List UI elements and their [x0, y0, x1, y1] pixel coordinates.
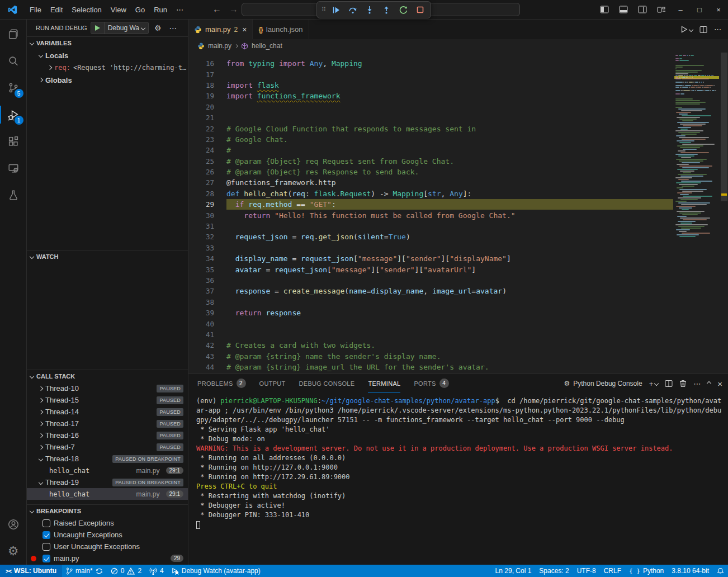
line-number[interactable]: 25: [188, 157, 214, 165]
code-line[interactable]: 36: [188, 275, 673, 286]
variables-section-header[interactable]: VARIABLES: [27, 37, 188, 49]
activitybar-extensions-icon[interactable]: [0, 128, 27, 155]
line-number[interactable]: 17: [188, 70, 214, 79]
code-line[interactable]: 42# Creates a card with two widgets.: [188, 340, 673, 351]
callstack-thread-row[interactable]: Thread-10PAUSED: [27, 382, 188, 394]
editor-scrollbar[interactable]: [720, 53, 728, 373]
run-python-file-button[interactable]: [680, 26, 693, 33]
line-number[interactable]: 26: [188, 168, 214, 176]
debug-config-dropdown[interactable]: Debug Wa: [91, 22, 149, 34]
line-number[interactable]: 33: [188, 244, 214, 252]
problems-status[interactable]: 0 2: [107, 565, 145, 577]
panel-tab-ports[interactable]: PORTS4: [414, 374, 448, 393]
code-line[interactable]: 44# @param {string} image_url the URL fo…: [188, 362, 673, 372]
line-number[interactable]: 38: [188, 298, 214, 306]
menu-item-go[interactable]: Go: [131, 3, 149, 16]
toggle-secondary-sidebar-icon[interactable]: [633, 0, 652, 19]
debug-session-status[interactable]: Debug Watch (avatar-app): [168, 565, 264, 577]
code-line[interactable]: 18import flask: [188, 80, 673, 91]
callstack-thread-row[interactable]: Thread-7PAUSED: [27, 441, 188, 453]
code-line[interactable]: 39 return response: [188, 308, 673, 318]
kill-terminal-trash-icon[interactable]: [679, 380, 687, 387]
breakpoint-row[interactable]: Uncaught Exceptions: [27, 529, 188, 541]
toggle-panel-icon[interactable]: [614, 0, 633, 19]
variables-globals-row[interactable]: Globals: [27, 74, 188, 86]
code-line[interactable]: 25# @param {Object} req Request sent fro…: [188, 156, 673, 167]
menu-item-run[interactable]: Run: [149, 3, 172, 16]
activitybar-settings-icon[interactable]: ⚙: [0, 538, 27, 565]
minimize-button[interactable]: –: [671, 0, 690, 19]
line-number[interactable]: 21: [188, 113, 214, 122]
panel-more-actions-icon[interactable]: ⋯: [693, 380, 701, 388]
code-editor[interactable]: 16from typing import Any, Mapping1718imp…: [188, 53, 728, 373]
panel-tab-terminal[interactable]: TERMINAL: [368, 374, 400, 393]
eol-status[interactable]: CRLF: [600, 565, 625, 577]
notifications-bell[interactable]: [713, 565, 728, 577]
start-debug-icon[interactable]: [91, 22, 105, 34]
line-number[interactable]: 27: [188, 178, 214, 187]
line-number[interactable]: 39: [188, 309, 214, 317]
maximize-panel-icon[interactable]: [707, 381, 711, 386]
callstack-thread-row[interactable]: Thread-14PAUSED: [27, 406, 188, 418]
split-terminal-icon[interactable]: [665, 380, 673, 387]
activitybar-run-and-debug-icon[interactable]: 1: [0, 101, 27, 128]
activitybar-remote-explorer-icon[interactable]: [0, 155, 27, 182]
line-number[interactable]: 31: [188, 222, 214, 230]
callstack-thread-row[interactable]: Thread-18PAUSED ON BREAKPOINT: [27, 453, 188, 465]
debug-stop-button[interactable]: [413, 3, 427, 17]
breakpoint-checkbox[interactable]: [42, 555, 50, 562]
callstack-thread-row[interactable]: Thread-17PAUSED: [27, 418, 188, 429]
code-line[interactable]: 26# @param {Object} res Response to send…: [188, 167, 673, 177]
maximize-button[interactable]: □: [690, 0, 709, 19]
breakpoint-row[interactable]: main.py29: [27, 552, 188, 564]
breakpoint-row[interactable]: Raised Exceptions: [27, 517, 188, 529]
sidebar-more-actions-icon[interactable]: ⋯: [167, 22, 179, 34]
language-mode-status[interactable]: { } Python: [625, 565, 668, 577]
debug-step-into-button[interactable]: [362, 3, 377, 17]
activitybar-accounts-icon[interactable]: [0, 511, 27, 538]
line-number[interactable]: 40: [188, 320, 214, 328]
line-number[interactable]: 41: [188, 330, 214, 339]
callstack-thread-row[interactable]: Thread-15PAUSED: [27, 394, 188, 406]
forwarded-ports-status[interactable]: 4: [145, 565, 168, 577]
close-panel-icon[interactable]: ×: [717, 379, 722, 389]
line-number[interactable]: 20: [188, 103, 214, 111]
customize-layout-icon[interactable]: [652, 0, 671, 19]
call-stack-section-header[interactable]: CALL STACK: [27, 370, 188, 382]
tab-main-py[interactable]: main.py2×: [188, 20, 253, 39]
line-number[interactable]: 37: [188, 287, 214, 295]
code-line[interactable]: 19import functions_framework: [188, 91, 673, 101]
menu-item-view[interactable]: View: [106, 3, 131, 16]
line-number[interactable]: 36: [188, 276, 214, 285]
code-line[interactable]: 40: [188, 318, 673, 329]
debug-settings-gear-icon[interactable]: ⚙: [152, 22, 164, 34]
code-line[interactable]: 35 avatar = request_json["message"]["sen…: [188, 264, 673, 275]
code-line[interactable]: 37 response = create_message(name=displa…: [188, 286, 673, 296]
activitybar-explorer-icon[interactable]: [0, 21, 27, 48]
code-line[interactable]: 27@functions_framework.http: [188, 177, 673, 188]
line-number[interactable]: 34: [188, 254, 214, 263]
history-back-button[interactable]: ←: [212, 4, 221, 15]
debug-restart-button[interactable]: [396, 3, 410, 17]
close-window-button[interactable]: ×: [709, 0, 728, 19]
indentation-status[interactable]: Spaces: 2: [535, 565, 573, 577]
callstack-thread-row[interactable]: Thread-16PAUSED: [27, 429, 188, 441]
git-branch-status[interactable]: main*: [62, 565, 107, 577]
code-line[interactable]: 45# @return {Object} a card with the use…: [188, 372, 673, 373]
menu-item-file[interactable]: File: [25, 3, 46, 16]
terminal-output[interactable]: (env) pierrick@LAPTOP-HKU5PNNG:~/git/goo…: [188, 393, 728, 565]
line-number[interactable]: 44: [188, 363, 214, 371]
activitybar-testing-icon[interactable]: [0, 182, 27, 209]
callstack-thread-row[interactable]: Thread-19PAUSED ON BREAKPOINT: [27, 476, 188, 488]
code-line[interactable]: 32 request_json = req.get_json(silent=Tr…: [188, 231, 673, 242]
code-line[interactable]: 30 return "Hello! This function must be …: [188, 210, 673, 220]
terminal-profile-selector[interactable]: ⚙ Python Debug Console: [564, 380, 642, 387]
callstack-frame-row[interactable]: hello_chatmain.py29:1: [27, 465, 188, 476]
line-number[interactable]: 35: [188, 266, 214, 274]
code-line[interactable]: 24#: [188, 145, 673, 155]
code-line[interactable]: 23# Google Chat.: [188, 134, 673, 145]
breakpoint-checkbox[interactable]: [42, 543, 50, 551]
new-terminal-button[interactable]: +: [649, 380, 659, 388]
line-number[interactable]: 24: [188, 146, 214, 154]
breakpoint-row[interactable]: User Uncaught Exceptions: [27, 541, 188, 552]
